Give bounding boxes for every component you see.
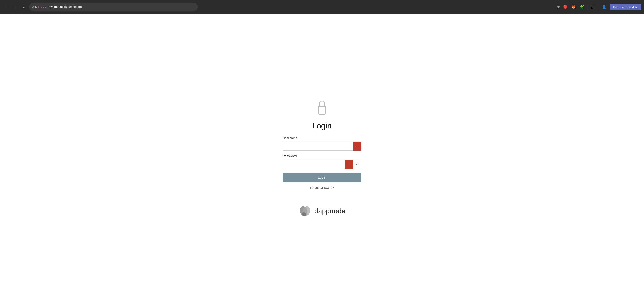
not-secure-text: Not Secure (35, 6, 47, 8)
browser-chrome: ← → ↻ ⚠ Not Secure my.dappnode/dashboard… (0, 0, 644, 14)
forgot-password-link[interactable]: Forgot password? (310, 186, 334, 190)
login-button[interactable]: Login (283, 173, 361, 182)
dappnode-bold-text: node (330, 207, 346, 215)
page-content: Login Username ⋯ Password ⋯ 👁 (0, 14, 644, 303)
forward-button[interactable]: → (12, 3, 19, 11)
dappnode-light-text: dapp (314, 207, 330, 215)
login-title: Login (312, 121, 332, 130)
address-bar[interactable]: ⚠ Not Secure my.dappnode/dashboard (29, 3, 198, 11)
relaunch-button[interactable]: Relaunch to update (610, 4, 641, 10)
username-form-group: Username ⋯ (283, 136, 361, 150)
extension-puzzle-icon[interactable]: 🧩 (579, 4, 585, 10)
username-label: Username (283, 136, 361, 140)
dots-icon: ⋯ (356, 144, 358, 148)
dappnode-brand-text: dappnode (314, 207, 346, 215)
browser-actions: ★ 🔴 🦊 🧩 ⬚ 👤 Relaunch to update (556, 4, 641, 10)
extension-icon-fox[interactable]: 🦊 (570, 4, 576, 10)
username-input[interactable] (283, 142, 361, 150)
password-autofill-icon[interactable]: ⋯ (345, 160, 353, 169)
eye-icon: 👁 (356, 162, 359, 166)
dappnode-logo-icon (298, 204, 312, 218)
password-input-wrapper: ⋯ 👁 (283, 160, 361, 169)
password-toggle-visibility-button[interactable]: 👁 (353, 160, 361, 169)
bookmark-icon[interactable]: ★ (556, 4, 560, 9)
password-input[interactable] (283, 160, 345, 169)
lock-icon-wrapper (314, 99, 330, 117)
svg-rect-0 (318, 106, 326, 114)
dappnode-logo: dappnode (298, 204, 346, 218)
toolbar-divider-1 (587, 4, 587, 10)
url-display: my.dappnode/dashboard (49, 5, 195, 8)
login-container: Login Username ⋯ Password ⋯ 👁 (283, 99, 361, 218)
username-input-wrapper: ⋯ (283, 142, 361, 150)
lock-icon (314, 99, 330, 116)
reload-button[interactable]: ↻ (20, 3, 28, 11)
pw-dots-icon: ⋯ (348, 163, 350, 166)
profile-icon[interactable]: 👤 (601, 4, 608, 10)
back-button[interactable]: ← (3, 3, 10, 11)
not-secure-indicator: ⚠ Not Secure (32, 6, 47, 8)
password-form-group: Password ⋯ 👁 (283, 154, 361, 169)
password-label: Password (283, 154, 361, 158)
extension-icon-1[interactable]: 🔴 (562, 4, 568, 10)
sidebar-toggle-icon[interactable]: ⬚ (590, 4, 596, 10)
warning-icon: ⚠ (32, 6, 34, 8)
toolbar-divider-2 (598, 4, 599, 10)
username-autofill-icon[interactable]: ⋯ (353, 142, 361, 150)
nav-buttons: ← → ↻ (3, 3, 28, 11)
